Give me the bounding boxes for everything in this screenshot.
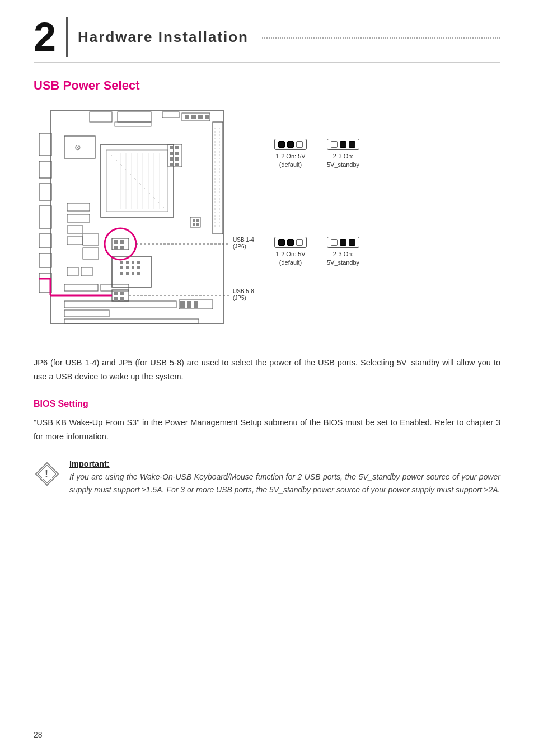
jp6-group: 1-2 On: 5V(default) 2-3 On:5V_standby: [274, 139, 500, 170]
pin-filled: [278, 141, 285, 148]
svg-rect-43: [126, 261, 129, 264]
page-header: 2 Hardware Installation: [34, 17, 500, 63]
svg-rect-65: [175, 146, 179, 149]
svg-rect-37: [83, 234, 99, 245]
important-box: ! Important: If you are using the Wake-O…: [34, 459, 500, 496]
svg-rect-5: [39, 234, 51, 248]
svg-rect-33: [67, 203, 90, 211]
svg-rect-75: [193, 223, 195, 226]
jp5-group: 1-2 On: 5V(default) 2-3 On:5V_standby: [274, 237, 500, 267]
jp5-option2-desc: 2-3 On:5V_standby: [327, 250, 359, 267]
svg-rect-71: [175, 163, 179, 166]
svg-rect-53: [137, 272, 140, 275]
svg-rect-40: [81, 267, 92, 276]
svg-text:(JP6): (JP6): [233, 243, 246, 250]
svg-text:USB 1-4: USB 1-4: [233, 237, 254, 243]
svg-rect-52: [132, 272, 134, 275]
svg-rect-56: [64, 301, 176, 308]
bios-title: BIOS Setting: [34, 399, 500, 409]
important-content: Important: If you are using the Wake-On-…: [69, 459, 500, 496]
svg-rect-80: [120, 240, 124, 244]
svg-text:!: !: [45, 468, 48, 480]
pin-filled: [349, 141, 355, 148]
chapter-number: 2: [34, 17, 68, 57]
svg-rect-79: [114, 240, 118, 244]
jp6-option1-pins: [274, 139, 307, 150]
important-text: If you are using the Wake-On-USB Keyboar…: [69, 471, 500, 496]
jp6-option1: 1-2 On: 5V(default): [274, 139, 307, 170]
important-title: Important:: [69, 459, 500, 468]
pin-empty: [331, 141, 338, 148]
pin-empty: [296, 141, 303, 148]
svg-rect-69: [175, 157, 179, 161]
motherboard-svg: ⊗: [34, 105, 257, 340]
svg-rect-9: [90, 112, 112, 122]
pin-empty: [331, 239, 338, 246]
svg-rect-34: [67, 214, 90, 222]
jp6-option2-pins: [327, 139, 359, 150]
svg-text:(JP5): (JP5): [233, 295, 246, 301]
jumper-labels: 1-2 On: 5V(default) 2-3 On:5V_standby: [269, 105, 500, 290]
header-dots: [262, 37, 500, 39]
svg-rect-57: [64, 310, 109, 317]
svg-rect-11: [115, 122, 151, 126]
svg-rect-54: [64, 284, 98, 291]
svg-rect-38: [83, 248, 99, 259]
svg-rect-45: [137, 261, 140, 264]
svg-rect-14: [191, 115, 196, 119]
svg-rect-59: [180, 301, 185, 308]
svg-rect-68: [170, 157, 173, 161]
svg-rect-47: [126, 266, 129, 269]
svg-rect-64: [170, 146, 173, 149]
jp5-option2-pins: [327, 237, 359, 248]
svg-rect-50: [120, 272, 123, 275]
header-title: Hardware Installation: [78, 29, 249, 46]
svg-text:USB 5-8: USB 5-8: [233, 288, 254, 294]
jp5-option1: 1-2 On: 5V(default): [274, 237, 307, 267]
pin-empty: [296, 239, 303, 246]
svg-rect-16: [205, 115, 209, 119]
svg-rect-1: [39, 133, 51, 156]
svg-rect-3: [39, 184, 51, 200]
svg-rect-82: [120, 246, 124, 250]
svg-rect-8: [118, 112, 151, 122]
jp6-option1-desc: 1-2 On: 5V(default): [275, 152, 305, 170]
svg-rect-4: [39, 206, 51, 228]
pin-filled: [287, 239, 294, 246]
svg-rect-85: [114, 292, 118, 295]
section-title: USB Power Select: [34, 78, 500, 93]
svg-rect-39: [67, 267, 78, 276]
important-icon: !: [34, 461, 60, 487]
svg-rect-6: [39, 253, 51, 267]
svg-rect-44: [132, 261, 134, 264]
svg-rect-51: [126, 272, 129, 275]
svg-rect-86: [120, 292, 124, 295]
svg-rect-46: [120, 266, 123, 269]
diagram-area: ⊗: [34, 105, 500, 342]
jp5-option1-desc: 1-2 On: 5V(default): [275, 250, 305, 267]
svg-rect-74: [196, 219, 199, 222]
svg-rect-70: [170, 163, 173, 166]
svg-rect-42: [120, 261, 123, 264]
svg-rect-2: [39, 161, 51, 178]
svg-rect-88: [120, 297, 124, 301]
svg-rect-66: [170, 152, 173, 155]
description-text: JP6 (for USB 1-4) and JP5 (for USB 5-8) …: [34, 356, 500, 383]
pin-filled: [287, 141, 294, 148]
jp6-option2-desc: 2-3 On:5V_standby: [327, 152, 359, 170]
svg-rect-62: [64, 319, 199, 323]
svg-rect-60: [187, 301, 191, 308]
svg-rect-13: [185, 115, 189, 119]
svg-rect-49: [137, 266, 140, 269]
svg-rect-67: [175, 152, 179, 155]
pin-filled: [278, 239, 285, 246]
svg-rect-81: [114, 246, 118, 250]
jp5-option2: 2-3 On:5V_standby: [327, 237, 359, 267]
svg-rect-15: [198, 115, 203, 119]
jp5-option1-pins: [274, 237, 307, 248]
svg-rect-87: [114, 297, 118, 301]
motherboard-diagram: ⊗: [34, 105, 269, 342]
svg-rect-36: [67, 237, 83, 245]
pin-filled: [349, 239, 355, 246]
svg-rect-35: [67, 226, 83, 233]
